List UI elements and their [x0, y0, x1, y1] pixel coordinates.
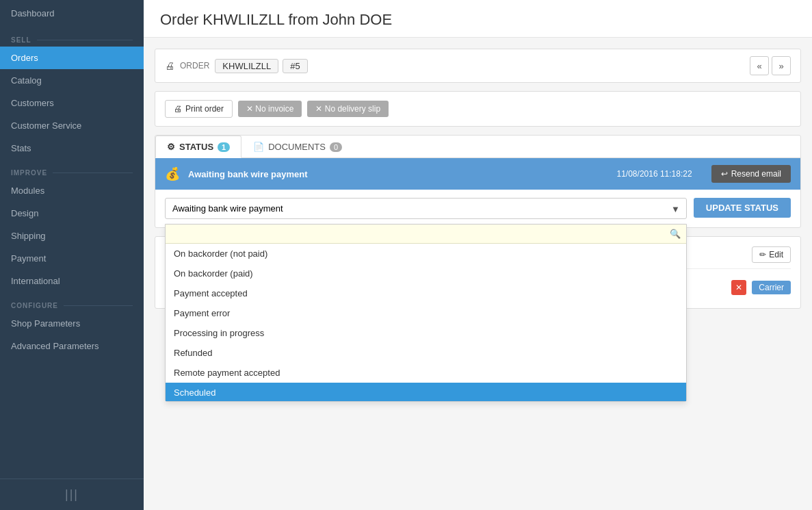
- sidebar-item-catalog[interactable]: Catalog: [0, 69, 144, 92]
- dropdown-item-remote-payment[interactable]: Remote payment accepted: [166, 363, 686, 383]
- order-icon: 🖨: [165, 60, 174, 71]
- documents-tab-badge: 0: [330, 142, 342, 152]
- tabs-bar: ⚙ STATUS 1 📄 DOCUMENTS 0: [155, 136, 800, 158]
- sidebar-item-design[interactable]: Design: [0, 202, 144, 225]
- status-row: 💰 Awaiting bank wire payment 11/08/2016 …: [155, 158, 800, 190]
- status-tab-badge: 1: [218, 142, 230, 152]
- status-payment-icon: 💰: [165, 166, 180, 181]
- status-tab-label: STATUS: [179, 142, 213, 152]
- order-num-badge[interactable]: #5: [283, 59, 307, 73]
- page-header: Order KHWLILZLL from John DOE: [144, 0, 812, 38]
- nav-arrows: « »: [750, 56, 791, 75]
- dropdown-item-backorder-not-paid[interactable]: On backorder (not paid): [166, 244, 686, 264]
- sidebar-item-international[interactable]: International: [0, 270, 144, 292]
- sidebar-item-advanced-parameters[interactable]: Advanced Parameters: [0, 335, 144, 357]
- sidebar-item-stats[interactable]: Stats: [0, 137, 144, 160]
- page-title: Order KHWLILZLL from John DOE: [160, 11, 796, 29]
- dropdown-search-box: 🔍: [166, 225, 686, 244]
- resend-icon: ↩: [721, 169, 728, 179]
- documents-tab-label: DOCUMENTS: [268, 142, 326, 152]
- content-area: 🖨 ORDER KHWLILZLL #5 « » 🖨 Print order ✕…: [144, 38, 812, 510]
- sidebar-collapse-button[interactable]: |||: [0, 479, 144, 510]
- dropdown-item-refunded[interactable]: Refunded: [166, 343, 686, 363]
- tab-status[interactable]: ⚙ STATUS 1: [155, 136, 241, 158]
- sidebar-item-payment[interactable]: Payment: [0, 247, 144, 270]
- sidebar-section-sell: SELL: [0, 27, 144, 47]
- order-breadcrumb: 🖨 ORDER KHWLILZLL #5 « »: [155, 49, 801, 83]
- resend-email-button[interactable]: ↩ Resend email: [711, 165, 791, 183]
- dropdown-item-payment-accepted[interactable]: Payment accepted: [166, 283, 686, 303]
- order-ref-badge[interactable]: KHWLILZLL: [215, 59, 278, 73]
- carrier-tag-button[interactable]: Carrier: [752, 281, 791, 294]
- sidebar-item-shipping[interactable]: Shipping: [0, 225, 144, 247]
- edit-shipping-button[interactable]: ✏ Edit: [752, 246, 791, 263]
- status-text: Awaiting bank wire payment: [188, 169, 609, 179]
- actions-panel: 🖨 Print order ✕ No invoice ✕ No delivery…: [155, 91, 801, 127]
- sidebar-item-customers[interactable]: Customers: [0, 92, 144, 114]
- status-panel: ⚙ STATUS 1 📄 DOCUMENTS 0 💰 Awaiting bank…: [155, 135, 801, 228]
- dropdown-item-backorder-paid[interactable]: On backorder (paid): [166, 264, 686, 283]
- no-invoice-button[interactable]: ✕ No invoice: [238, 101, 302, 117]
- main-content: Order KHWLILZLL from John DOE 🖨 ORDER KH…: [144, 0, 812, 510]
- dropdown-item-payment-error[interactable]: Payment error: [166, 303, 686, 323]
- sidebar-section-configure: CONFIGURE: [0, 292, 144, 312]
- status-tab-icon: ⚙: [167, 142, 175, 152]
- tab-documents[interactable]: 📄 DOCUMENTS 0: [241, 136, 354, 157]
- status-select-display[interactable]: Awaiting bank wire payment: [165, 198, 687, 219]
- sidebar-item-modules[interactable]: Modules: [0, 179, 144, 202]
- sidebar-section-improve: IMPROVE: [0, 160, 144, 179]
- sidebar-item-dashboard[interactable]: Dashboard: [0, 0, 144, 27]
- update-status-area: Awaiting bank wire payment ▼ 🔍 On backor…: [155, 190, 800, 227]
- sidebar-item-customer-service[interactable]: Customer Service: [0, 114, 144, 137]
- dropdown-item-processing[interactable]: Processing in progress: [166, 323, 686, 343]
- print-order-button[interactable]: 🖨 Print order: [165, 100, 233, 118]
- search-icon: 🔍: [670, 229, 681, 239]
- status-date: 11/08/2016 11:18:22: [617, 169, 692, 179]
- order-label: ORDER: [180, 61, 209, 71]
- sidebar: Dashboard SELL Orders Catalog Customers …: [0, 0, 144, 510]
- dropdown-search-input[interactable]: [171, 229, 670, 239]
- documents-tab-icon: 📄: [253, 142, 264, 152]
- dropdown-item-scheduled[interactable]: Scheduled: [166, 383, 686, 401]
- close-shipping-button[interactable]: ✕: [731, 280, 746, 295]
- prev-order-button[interactable]: «: [750, 56, 769, 75]
- dropdown-list: 🔍 On backorder (not paid) On backorder (…: [165, 224, 687, 402]
- status-dropdown-wrapper: Awaiting bank wire payment ▼ 🔍 On backor…: [165, 198, 687, 219]
- no-delivery-button[interactable]: ✕ No delivery slip: [307, 101, 389, 117]
- sidebar-item-orders[interactable]: Orders: [0, 47, 144, 69]
- shipping-actions: ✕ Carrier: [731, 276, 791, 298]
- dropdown-items-list: On backorder (not paid) On backorder (pa…: [166, 244, 686, 401]
- update-status-button[interactable]: UPDATE STATUS: [694, 198, 791, 218]
- edit-icon: ✏: [759, 250, 766, 259]
- print-icon: 🖨: [174, 104, 182, 114]
- next-order-button[interactable]: »: [772, 56, 791, 75]
- sidebar-item-shop-parameters[interactable]: Shop Parameters: [0, 312, 144, 335]
